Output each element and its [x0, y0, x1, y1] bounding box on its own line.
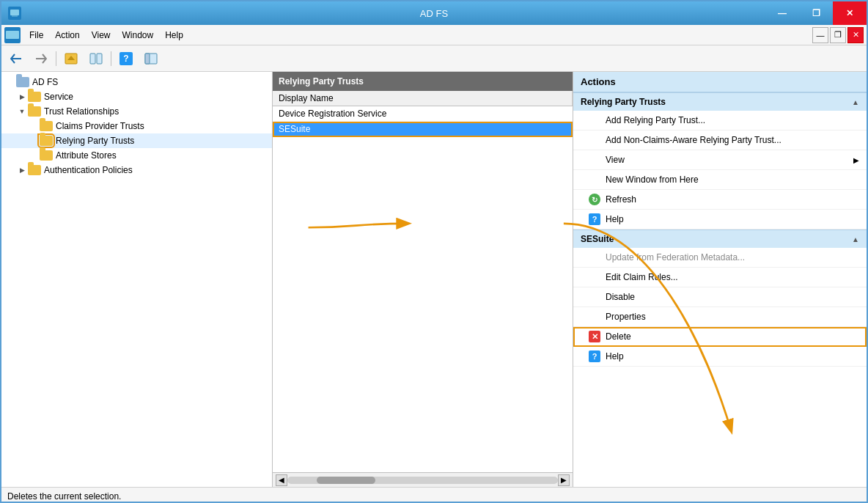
folder-icon-adfs — [16, 77, 29, 87]
action-refresh[interactable]: ↻ Refresh — [573, 190, 867, 210]
close-button[interactable]: ✕ — [833, 1, 867, 25]
scrollbar-thumb[interactable] — [317, 477, 375, 484]
action-view[interactable]: View ▶ — [573, 150, 867, 170]
list-row-device-reg[interactable]: Device Registration Service — [273, 106, 573, 122]
menu-view[interactable]: View — [86, 28, 117, 43]
menu-action[interactable]: Action — [49, 28, 85, 43]
delete-icon: ✕ — [588, 330, 601, 343]
minimize-button[interactable]: — — [765, 1, 799, 25]
action-label-new-window: New Window from Here — [606, 175, 699, 185]
expand-icon-attr — [28, 150, 40, 161]
tree-item-relying-party[interactable]: Relying Party Trusts — [1, 133, 272, 148]
status-text: Deletes the current selection. — [7, 491, 121, 502]
app-icon — [7, 6, 22, 21]
tree-label-attr: Attribute Stores — [56, 150, 117, 161]
add-relying-icon — [588, 114, 601, 127]
action-label-edit-claim: Edit Claim Rules... — [606, 272, 678, 282]
tree-item-trust-relationships[interactable]: ▼ Trust Relationships — [1, 104, 272, 119]
tree-item-attribute-stores[interactable]: Attribute Stores — [1, 148, 272, 163]
action-new-window[interactable]: New Window from Here — [573, 170, 867, 190]
window-controls: — ❐ ✕ — [765, 1, 867, 25]
help-q-icon-sesuite: ? — [589, 350, 600, 362]
expand-icon-adfs — [4, 76, 16, 88]
help-sesuite-icon: ? — [588, 350, 601, 363]
edit-claim-icon — [588, 271, 601, 284]
folder-icon-relying — [40, 136, 53, 146]
tree-item-service[interactable]: ▶ Service — [1, 89, 272, 104]
list-row-sesuite[interactable]: SESuite — [273, 122, 573, 137]
title-bar: AD FS — ❐ ✕ — [1, 1, 867, 25]
view-icon — [588, 153, 601, 166]
row-label-sesuite: SESuite — [279, 124, 310, 134]
actions-header: Actions — [573, 72, 867, 92]
scroll-left-arrow[interactable]: ◀ — [276, 474, 287, 486]
tree-item-auth-policies[interactable]: ▶ Authentication Policies — [1, 163, 272, 177]
menu-minimize-btn[interactable]: — — [812, 27, 828, 43]
expand-icon-service: ▶ — [16, 91, 28, 103]
action-edit-claim-rules[interactable]: Edit Claim Rules... — [573, 268, 867, 287]
menu-file[interactable]: File — [23, 28, 49, 43]
show-hide-button[interactable] — [84, 48, 108, 69]
tree-label-adfs: AD FS — [32, 77, 58, 87]
list-header: Relying Party Trusts — [273, 72, 573, 91]
action-properties[interactable]: Properties — [573, 307, 867, 327]
collapse-icon-sesuite: ▲ — [852, 235, 859, 243]
back-button[interactable] — [4, 48, 28, 69]
view-arrow-icon: ▶ — [853, 156, 859, 164]
action-add-non-claims[interactable]: Add Non-Claims-Aware Relying Party Trust… — [573, 131, 867, 150]
tree-label-relying: Relying Party Trusts — [56, 136, 134, 146]
menu-close-btn[interactable]: ✕ — [847, 27, 864, 43]
action-help-relying[interactable]: ? Help — [573, 210, 867, 230]
folder-icon-claims — [40, 121, 53, 131]
help-button[interactable]: ? — [114, 48, 138, 69]
svg-rect-1 — [10, 10, 19, 15]
tree-item-claims-provider[interactable]: Claims Provider Trusts — [1, 119, 272, 133]
action-disable[interactable]: Disable — [573, 287, 867, 307]
tree-panel: AD FS ▶ Service ▼ Trust Relationships Cl… — [1, 72, 273, 487]
scroll-right-arrow[interactable]: ▶ — [558, 474, 570, 486]
action-label-refresh: Refresh — [606, 194, 636, 205]
svg-rect-9 — [145, 54, 150, 64]
actions-panel: Actions Relying Party Trusts ▲ Add Relyi… — [573, 72, 867, 487]
action-delete[interactable]: ✕ Delete — [573, 327, 867, 347]
view-toggle-button[interactable] — [139, 48, 163, 69]
maximize-button[interactable]: ❐ — [799, 1, 833, 25]
row-label-device-reg: Device Registration Service — [279, 109, 386, 119]
action-label-help-sesuite: Help — [606, 351, 624, 361]
status-bar: Deletes the current selection. — [1, 487, 867, 503]
collapse-icon-relying: ▲ — [852, 98, 859, 106]
expand-icon-relying — [28, 135, 40, 147]
forward-button[interactable] — [29, 48, 53, 69]
up-button[interactable] — [59, 48, 83, 69]
expand-icon-auth: ▶ — [16, 164, 28, 176]
action-update-federation[interactable]: Update from Federation Metadata... — [573, 248, 867, 268]
scrollbar-track[interactable] — [287, 477, 558, 484]
action-label-help-relying: Help — [606, 214, 624, 224]
new-window-icon — [588, 173, 601, 186]
actions-section-sesuite[interactable]: SESuite ▲ — [573, 230, 867, 248]
expand-icon-trust: ▼ — [16, 106, 28, 117]
action-label-add-relying: Add Relying Party Trust... — [606, 115, 705, 125]
tree-item-adfs[interactable]: AD FS — [1, 75, 272, 89]
menu-window[interactable]: Window — [117, 28, 160, 43]
actions-section-relying-party[interactable]: Relying Party Trusts ▲ — [573, 92, 867, 111]
action-add-relying-party[interactable]: Add Relying Party Trust... — [573, 111, 867, 131]
action-help-sesuite[interactable]: ? Help — [573, 347, 867, 367]
list-scrollbar[interactable]: ◀ ▶ — [273, 472, 573, 487]
help-relying-icon: ? — [588, 213, 601, 226]
menu-help[interactable]: Help — [159, 28, 189, 43]
action-label-delete: Delete — [606, 331, 631, 342]
delete-red-x-icon: ✕ — [589, 331, 600, 342]
section-label-sesuite: SESuite — [581, 234, 614, 244]
menu-restore-btn[interactable]: ❐ — [830, 27, 846, 43]
action-label-add-non-claims: Add Non-Claims-Aware Relying Party Trust… — [606, 135, 781, 145]
folder-icon-trust — [28, 106, 41, 117]
toolbar-separator-2 — [111, 51, 111, 66]
folder-icon-attr — [40, 150, 53, 161]
menu-bar: File Action View Window Help — ❐ ✕ — [1, 25, 867, 45]
main-area: AD FS ▶ Service ▼ Trust Relationships Cl… — [1, 72, 867, 487]
add-non-claims-icon — [588, 133, 601, 147]
svg-rect-7 — [97, 54, 102, 64]
tree-label-auth: Authentication Policies — [44, 165, 133, 175]
toolbar-separator-1 — [56, 51, 56, 66]
